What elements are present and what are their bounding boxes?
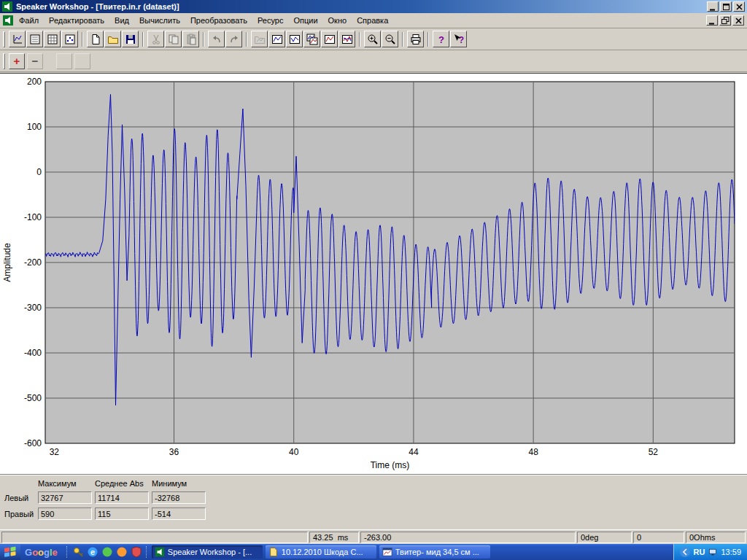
- y-axis-label: Amplitude: [2, 243, 12, 282]
- menu-item-transform[interactable]: Преобразовать: [185, 14, 252, 27]
- page-icon: [90, 34, 101, 45]
- y-tick-label: -200: [24, 257, 42, 268]
- view-chart-button[interactable]: [9, 31, 26, 47]
- taskbar-task-2[interactable]: Твитер- мид 34,5 см ...: [379, 545, 490, 559]
- chart-blue2-icon: [289, 34, 301, 45]
- open-file-button[interactable]: [104, 31, 121, 47]
- redo-button: [225, 31, 242, 47]
- y-tick-label: 200: [27, 77, 42, 87]
- taskbar-clock[interactable]: 13:59: [721, 548, 741, 556]
- taskbar-task-1[interactable]: 10.12.2010 Шкода С...: [266, 545, 376, 559]
- context-help-icon: ?: [453, 34, 465, 45]
- chart-blue-icon: [271, 34, 283, 45]
- mdi-restore-button[interactable]: [719, 15, 731, 26]
- zoom-out-button[interactable]: [382, 31, 398, 47]
- menu: ФайлРедактироватьВидВычислитьПреобразова…: [14, 14, 393, 27]
- doc-yellow-icon: [268, 547, 279, 557]
- grid-icon: [47, 34, 58, 45]
- y-tick-label: -300: [24, 303, 42, 313]
- tray-chevron-icon[interactable]: [680, 547, 690, 557]
- x-tick-label: 36: [169, 447, 179, 457]
- y-tick-label: -500: [24, 393, 42, 403]
- waveform-chart: 2001000-100-200-300-400-500-600323640444…: [0, 74, 747, 475]
- speaker-icon: [155, 547, 165, 557]
- chart-blue-1-button[interactable]: [268, 31, 285, 47]
- toolbar-grip[interactable]: [3, 31, 5, 47]
- start-button[interactable]: [0, 544, 20, 560]
- quick-launch-key-icon[interactable]: [71, 545, 85, 559]
- chart-blue-2-button[interactable]: [286, 31, 303, 47]
- quick-launch-shield-icon[interactable]: [130, 545, 143, 559]
- stats-value: 11714: [95, 491, 149, 504]
- stats-header-1: Среднее Abs: [95, 479, 149, 488]
- taskbar-task-label: Speaker Workshop - [...: [168, 548, 252, 556]
- menu-item-edit[interactable]: Редактировать: [44, 14, 109, 27]
- toolbar-secondary: +−: [0, 50, 747, 72]
- mdi-minimize-button[interactable]: [706, 15, 718, 26]
- tray-app-icon[interactable]: [708, 548, 717, 556]
- google-toolbar[interactable]: Google: [22, 544, 63, 560]
- toolbar2-grip[interactable]: [3, 53, 5, 69]
- new-file-button[interactable]: [87, 31, 104, 47]
- x-tick-label: 40: [289, 447, 299, 457]
- taskbar-separator: [146, 546, 148, 558]
- menu-item-window[interactable]: Окно: [323, 14, 352, 27]
- toolbar-separator: [203, 32, 204, 47]
- save-file-button[interactable]: [122, 31, 139, 47]
- stats-value: -32768: [152, 491, 206, 504]
- view-values-button[interactable]: [26, 31, 43, 47]
- menu-item-file[interactable]: Файл: [14, 14, 44, 27]
- maximize-button[interactable]: [720, 1, 732, 12]
- quick-launch-msn-icon[interactable]: [101, 545, 114, 559]
- stats-row-label: Правый: [4, 510, 38, 518]
- mdi-close-button[interactable]: [732, 15, 744, 26]
- quick-launch-media-icon[interactable]: [115, 545, 128, 559]
- help-icon: ?: [436, 34, 447, 45]
- list-lines-icon: [29, 34, 41, 45]
- add-marker-button[interactable]: +: [9, 53, 25, 69]
- stats-header-0: Максимум: [38, 479, 92, 488]
- undo-button: [208, 31, 225, 47]
- close-button[interactable]: [733, 1, 745, 12]
- taskbar-task-0[interactable]: Speaker Workshop - [...: [152, 545, 263, 559]
- cut-button: [147, 31, 164, 47]
- import-data-button: [251, 31, 268, 47]
- chart-red-1-button[interactable]: [321, 31, 338, 47]
- copy-icon: [168, 34, 179, 45]
- windows-flag-icon: [4, 545, 17, 559]
- x-tick-label: 48: [528, 447, 538, 457]
- stats-header-2: Минимум: [152, 479, 206, 488]
- minimize-button[interactable]: [707, 1, 719, 12]
- x-tick-label: 52: [649, 447, 659, 457]
- view-notes-button[interactable]: [61, 31, 78, 47]
- taskbar-task-label: Твитер- мид 34,5 см ...: [395, 548, 479, 556]
- disk-icon: [125, 34, 136, 45]
- zoom-out-icon: [384, 34, 396, 45]
- extra-2-button: [74, 53, 90, 69]
- zoom-in-button[interactable]: [364, 31, 381, 47]
- help-button[interactable]: ?: [433, 31, 449, 47]
- charts-overlay-button[interactable]: [303, 31, 320, 47]
- menu-item-calculate[interactable]: Вычислить: [134, 14, 185, 27]
- undo-icon: [211, 34, 222, 45]
- context-help-button[interactable]: ?: [450, 31, 467, 47]
- menu-item-help[interactable]: Справка: [352, 14, 393, 27]
- x-axis-label: Time (ms): [371, 460, 410, 470]
- paste-button: [182, 31, 199, 47]
- printer-icon: [410, 34, 422, 45]
- folder-icon: [107, 34, 119, 45]
- zoom-in-icon: [367, 34, 379, 45]
- folder-chart-icon: [254, 34, 266, 45]
- print-button[interactable]: [407, 31, 424, 47]
- quick-launch-ie-icon[interactable]: e: [86, 545, 99, 559]
- menu-item-options[interactable]: Опции: [288, 14, 322, 27]
- menu-item-resource[interactable]: Ресурс: [252, 14, 288, 27]
- language-indicator[interactable]: RU: [694, 548, 705, 556]
- chart-overlay-icon: [306, 34, 318, 45]
- chart-red-2-button[interactable]: [338, 31, 355, 47]
- menu-item-view[interactable]: Вид: [109, 14, 134, 27]
- view-grid-button[interactable]: [44, 31, 61, 47]
- taskbar: GoogleeSpeaker Workshop - [...10.12.2010…: [0, 544, 747, 560]
- chart-red2-icon: [341, 34, 353, 45]
- stats-header-row: МаксимумСреднее AbsМинимум: [4, 479, 747, 488]
